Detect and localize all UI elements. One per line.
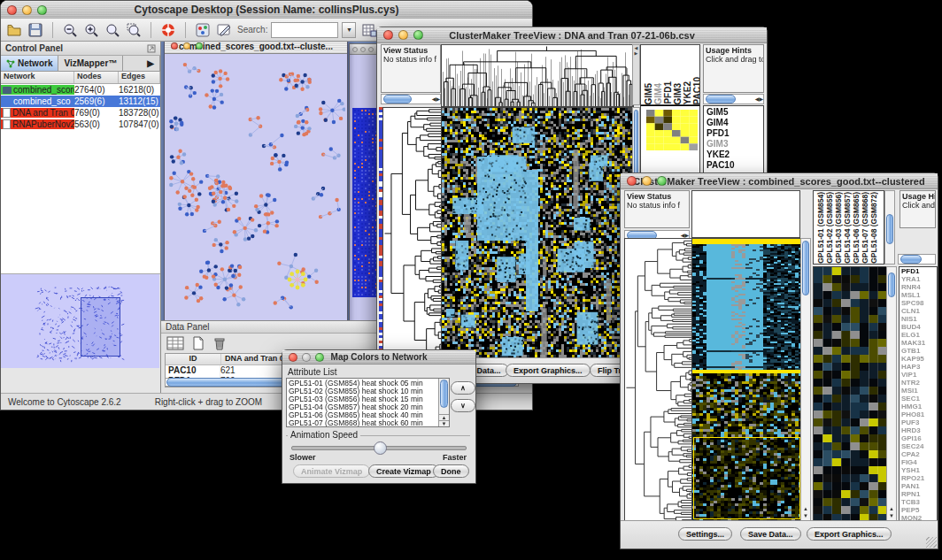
gene-label[interactable]: YKE2 <box>706 150 763 160</box>
zoom-window-button[interactable] <box>368 47 374 52</box>
zoom-window-button[interactable] <box>413 30 423 40</box>
gene-label[interactable]: PFD1 <box>706 128 763 139</box>
new-attribute-icon[interactable] <box>191 336 205 350</box>
scroll-up-icon[interactable]: ▲ <box>887 506 896 511</box>
vizmapper-icon[interactable] <box>195 22 211 38</box>
gene-label[interactable]: PAN1 <box>901 482 937 490</box>
gene-label[interactable]: RPO21 <box>901 474 937 482</box>
gene-label[interactable]: GIM4 <box>706 118 763 128</box>
tab-vizmapper[interactable]: VizMapper™ <box>58 56 123 71</box>
gene-label[interactable]: MSL1 <box>901 291 937 299</box>
gene-label[interactable]: GPI16 <box>901 434 937 442</box>
gene-label[interactable]: RPN1 <box>901 490 937 498</box>
usage-hints-scrollbar[interactable]: ◀ ▶ <box>703 94 764 104</box>
delete-attribute-icon[interactable] <box>212 336 227 350</box>
network-table-row[interactable]: DNA and Tran 07769(0)183728(0) <box>1 107 160 119</box>
close-button[interactable] <box>352 47 358 52</box>
vscrollbar-thumb[interactable] <box>888 272 895 297</box>
gene-label[interactable]: TCB3 <box>901 498 937 506</box>
scrollbar-thumb[interactable] <box>900 255 922 264</box>
gene-label[interactable]: PEP5 <box>901 506 937 514</box>
close-button[interactable] <box>627 176 637 186</box>
gene-label[interactable]: HMG1 <box>901 403 937 410</box>
gene-label[interactable]: PFD1 <box>901 267 937 275</box>
minimize-button[interactable] <box>398 30 408 40</box>
gene-label[interactable]: ELG1 <box>901 331 937 339</box>
scroll-right-icon[interactable]: ▶ <box>759 96 763 102</box>
gene-label[interactable]: PUF3 <box>901 418 937 426</box>
close-button[interactable] <box>289 353 297 362</box>
attribute-list-scrollbar[interactable]: ▲ ▼ <box>438 379 449 426</box>
view-status-scrollbar[interactable]: ◀ ▶ <box>381 94 441 104</box>
gene-label[interactable]: CPA2 <box>901 450 937 458</box>
minimize-button[interactable] <box>22 5 32 15</box>
import-table-icon[interactable] <box>361 22 377 38</box>
scrollbar-thumb[interactable] <box>383 95 412 104</box>
treeview2-titlebar[interactable]: ClusterMaker TreeView : combined_scores_… <box>621 173 938 189</box>
attribute-item[interactable]: GPL51-07 (GSM868) heat shock 60 min <box>289 419 447 427</box>
gene-label[interactable]: YSH1 <box>901 466 937 474</box>
gene-label[interactable]: PAC10 <box>706 160 763 171</box>
scroll-down-icon[interactable]: ▼ <box>801 513 810 518</box>
zoom-window-button[interactable] <box>37 5 47 15</box>
gene-label[interactable]: RNR4 <box>901 283 937 291</box>
zoom-in-icon[interactable] <box>83 22 99 38</box>
correlation-matrix[interactable] <box>646 110 698 150</box>
close-button[interactable] <box>7 5 17 15</box>
save-icon[interactable] <box>27 22 43 38</box>
minimize-button[interactable] <box>183 42 190 50</box>
zoom-heatmap[interactable] <box>813 266 888 523</box>
annotation-icon[interactable] <box>216 22 232 38</box>
scroll-up-icon[interactable]: ▲ <box>801 506 810 511</box>
export-graphics-button[interactable]: Export Graphics... <box>807 527 892 541</box>
zoom-out-icon[interactable] <box>62 22 78 38</box>
float-panel-icon[interactable] <box>147 44 156 53</box>
zoom-fit-icon[interactable] <box>104 22 120 38</box>
scrollbar-thumb[interactable] <box>706 95 736 104</box>
gene-label[interactable]: SPC98 <box>901 299 937 307</box>
attribute-table-icon[interactable] <box>166 336 184 350</box>
gene-label[interactable]: MSI1 <box>901 387 937 395</box>
move-up-button[interactable]: ∧ <box>451 381 475 395</box>
gene-label[interactable]: GIM5 <box>706 107 763 118</box>
move-down-button[interactable]: ∨ <box>451 399 475 412</box>
attribute-listbox[interactable]: GPL51-01 (GSM854) heat shock 05 minGPL51… <box>286 378 450 427</box>
gene-label[interactable]: HAP3 <box>901 363 937 371</box>
treeview1-titlebar[interactable]: ClusterMaker TreeView : DNA and Tran 07-… <box>377 27 767 43</box>
global-vscrollbar[interactable]: ▲ ▼ <box>800 238 811 521</box>
column-dendrogram[interactable] <box>441 44 634 107</box>
search-dropdown-arrow[interactable]: ▼ <box>342 22 356 38</box>
network-frame-titlebar[interactable]: combined_scores_good.txt--cluste... <box>165 42 347 54</box>
labels-vscrollbar[interactable] <box>884 190 895 265</box>
gene-label[interactable]: CLN1 <box>901 307 937 315</box>
help-lifesaver-icon[interactable] <box>160 22 176 38</box>
gene-label[interactable]: NTR2 <box>901 379 937 387</box>
gene-label[interactable]: VIP1 <box>901 371 937 379</box>
gene-label[interactable]: NIS1 <box>901 315 937 323</box>
settings-button[interactable]: Settings... <box>678 527 732 541</box>
dialog-titlebar[interactable]: Map Colors to Network <box>282 350 475 364</box>
network-graph-view[interactable] <box>165 54 345 330</box>
tab-network[interactable]: Network <box>1 56 58 71</box>
zoom-vscrollbar[interactable]: ▲ ▼ <box>886 266 897 521</box>
main-window-titlebar[interactable]: Cytoscape Desktop (Session Name: collins… <box>1 1 532 19</box>
vscrollbar-thumb[interactable] <box>802 241 809 295</box>
gene-label[interactable]: HRD3 <box>901 426 937 434</box>
row-dendrogram[interactable] <box>382 107 443 360</box>
dendrogram-scroll-strip[interactable]: ◀▶ <box>632 44 640 105</box>
gene-label[interactable]: YRA1 <box>901 275 937 283</box>
network-table-row[interactable]: RNAPuberNov2+563(0)107847(0) <box>1 119 160 130</box>
vscrollbar-thumb[interactable] <box>440 380 448 408</box>
tab-overflow-arrow[interactable]: ▶ <box>123 56 160 71</box>
row-dendrogram[interactable] <box>624 238 693 523</box>
gene-label[interactable]: PHO81 <box>901 410 937 418</box>
minimize-button[interactable] <box>302 353 311 362</box>
slider-thumb[interactable] <box>374 441 387 455</box>
gene-label[interactable]: SEC1 <box>901 395 937 403</box>
gene-label[interactable]: GIM3 <box>706 139 763 150</box>
minimize-button[interactable] <box>360 47 366 52</box>
open-file-icon[interactable] <box>6 22 22 38</box>
gene-label[interactable]: KAP95 <box>901 355 937 363</box>
scroll-down-icon[interactable]: ▼ <box>439 420 449 426</box>
close-button[interactable] <box>383 30 393 40</box>
